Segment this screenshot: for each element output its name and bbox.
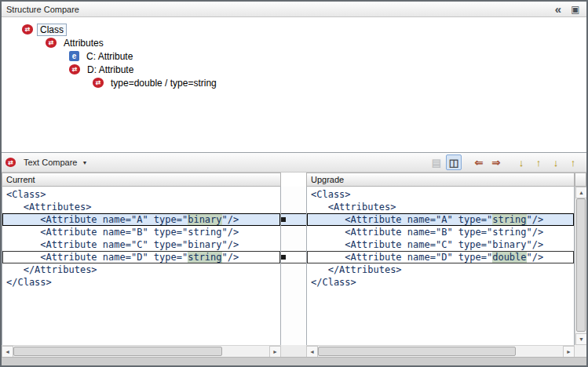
left-horizontal-scrollbar[interactable]: ◄ ► xyxy=(2,345,281,357)
next-change-icon[interactable]: ↓ xyxy=(548,154,564,170)
scroll-up-button[interactable]: ▲ xyxy=(575,187,587,198)
code-text: <Class> xyxy=(6,189,46,200)
tree-item-label: D: Attribute xyxy=(84,64,137,76)
code-text: <Attributes> xyxy=(311,202,396,213)
tree-item-label: type=double / type=string xyxy=(108,77,220,89)
header-filler xyxy=(575,173,586,187)
diff-handle[interactable] xyxy=(281,217,286,222)
code-line[interactable]: <Attribute name="B" type="string"/> xyxy=(2,226,280,238)
code-line[interactable]: <Attribute name="C" type="binary"/> xyxy=(307,238,574,251)
code-line[interactable]: <Class> xyxy=(2,188,280,201)
copy-left-to-right-icon[interactable]: ⇒ xyxy=(488,154,504,170)
tree-item[interactable]: ⇄Attributes xyxy=(2,36,586,49)
code-line[interactable]: <Attribute name="A" type="string"/> xyxy=(307,213,574,226)
code-line[interactable]: </Class> xyxy=(2,276,280,289)
text-compare-menu[interactable]: Text Compare ▼ xyxy=(24,158,87,167)
right-horizontal-scrollbar[interactable]: ◄ ► xyxy=(306,345,575,357)
code-text: <Attribute name="C" type="binary"/> xyxy=(311,239,543,250)
code-text: <Attribute name="C" type="binary"/> xyxy=(6,239,239,250)
previous-change-icon-glyph: ↑ xyxy=(571,158,576,168)
left-pane-title: Current xyxy=(6,175,35,184)
vertical-scrollbar[interactable]: ▲ ▼ xyxy=(575,187,586,345)
previous-difference-icon[interactable]: ↑ xyxy=(531,154,546,170)
vertical-scroll-thumb[interactable] xyxy=(576,198,586,332)
left-code-pane: <Class> <Attributes> <Attribute name="A"… xyxy=(2,187,281,345)
code-text: <Attribute name="A" type=" xyxy=(311,214,492,225)
element-icon: e xyxy=(69,51,79,61)
code-text: </Attributes> xyxy=(6,264,97,275)
right-code-pane: <Class> <Attributes> <Attribute name="A"… xyxy=(306,187,575,345)
text-compare-title: Text Compare xyxy=(24,158,77,167)
tree-item[interactable]: ⇄type=double / type=string xyxy=(2,76,586,89)
scroll-right-button[interactable]: ► xyxy=(563,346,575,358)
code-line[interactable]: <Attribute name="D" type="string"/> xyxy=(2,251,280,263)
code-line[interactable]: <Attribute name="C" type="binary"/> xyxy=(2,238,280,251)
scroll-down-button[interactable]: ▼ xyxy=(575,333,587,345)
next-change-icon-glyph: ↓ xyxy=(553,158,559,168)
code-text: </Attributes> xyxy=(311,264,402,275)
view-menu-icon[interactable]: ▣ xyxy=(569,4,582,15)
code-text: <Attribute name="B" type="string"/> xyxy=(6,227,239,238)
diff-gutter xyxy=(281,187,306,345)
code-line[interactable]: </Attributes> xyxy=(2,263,280,276)
code-text: <Attribute name="B" type="string"/> xyxy=(311,227,543,238)
scroll-right-button[interactable]: ► xyxy=(269,346,281,358)
structure-header-icons: « ▣ xyxy=(552,4,582,15)
code-text: <Class> xyxy=(311,189,351,200)
code-text: </Class> xyxy=(311,277,356,288)
structure-compare-tree: ⇄Class⇄AttributeseC: Attribute⇄D: Attrib… xyxy=(2,17,586,152)
previous-change-icon[interactable]: ↑ xyxy=(565,154,581,170)
scroll-left-button[interactable]: ◄ xyxy=(2,346,13,358)
right-horizontal-scroll-thumb[interactable] xyxy=(318,347,516,356)
code-line[interactable]: <Attribute name="A" type="binary"/> xyxy=(2,213,280,226)
text-compare-header: ⇄ Text Compare ▼ ▤◫⇐⇒↓↑↓↑ xyxy=(2,152,586,173)
changed-token: binary xyxy=(188,214,221,225)
copy-right-to-left-icon[interactable]: ⇐ xyxy=(471,154,487,170)
compare-toolbar: ▤◫⇐⇒↓↑↓↑ xyxy=(429,154,583,170)
tree-item-label: Attributes xyxy=(60,37,107,49)
scroll-left-button[interactable]: ◄ xyxy=(306,346,318,358)
left-pane-header: Current xyxy=(2,173,281,187)
code-text: "/> xyxy=(527,214,544,225)
bottom-strip xyxy=(2,357,586,365)
scrollbar-gap xyxy=(281,345,306,357)
code-line[interactable]: <Attributes> xyxy=(307,201,574,213)
change-icon: ⇄ xyxy=(22,24,33,35)
compare-editor-window: Structure Compare « ▣ ⇄Class⇄Attributese… xyxy=(0,0,588,367)
code-text: "/> xyxy=(222,214,239,225)
code-text: </Class> xyxy=(6,277,52,288)
code-text: <Attributes> xyxy=(6,202,91,213)
show-ancestor-pane-icon[interactable]: ▤ xyxy=(429,154,444,170)
code-line[interactable]: <Attribute name="D" type="double"/> xyxy=(307,251,574,263)
changed-token: string xyxy=(188,252,221,263)
code-text: <Attribute name="D" type=" xyxy=(311,252,492,263)
left-horizontal-scroll-thumb[interactable] xyxy=(13,347,222,356)
copy-right-to-left-icon-glyph: ⇐ xyxy=(475,158,484,168)
tree-item[interactable]: ⇄Class xyxy=(2,23,586,36)
diff-connector-selected[interactable] xyxy=(281,213,306,226)
collapse-pane-icon[interactable]: « xyxy=(552,5,564,14)
right-pane-header: Upgrade xyxy=(306,173,575,187)
diff-handle[interactable] xyxy=(281,255,286,260)
code-text: "/> xyxy=(222,252,239,263)
code-text: <Attribute name="A" type=" xyxy=(6,214,188,225)
change-icon: ⇄ xyxy=(5,158,16,167)
change-icon: ⇄ xyxy=(93,78,104,88)
tree-item-label: Class xyxy=(37,24,67,36)
code-line[interactable]: <Attributes> xyxy=(2,201,280,213)
diff-connector[interactable] xyxy=(281,251,306,263)
dropdown-caret-icon: ▼ xyxy=(82,160,87,165)
tree-item[interactable]: ⇄D: Attribute xyxy=(2,63,586,76)
code-line[interactable]: </Attributes> xyxy=(307,263,574,276)
code-line[interactable]: <Class> xyxy=(307,188,574,201)
tree-item[interactable]: eC: Attribute xyxy=(2,49,586,63)
next-difference-icon[interactable]: ↓ xyxy=(513,154,529,170)
two-way-compare-icon[interactable]: ◫ xyxy=(446,154,462,170)
copy-left-to-right-icon-glyph: ⇒ xyxy=(492,158,501,168)
code-line[interactable]: </Class> xyxy=(307,276,574,289)
code-text: "/> xyxy=(527,252,544,263)
code-line[interactable]: <Attribute name="B" type="string"/> xyxy=(307,226,574,238)
tree-item-label: C: Attribute xyxy=(83,50,136,63)
code-text: <Attribute name="D" type=" xyxy=(6,252,188,263)
previous-difference-icon-glyph: ↑ xyxy=(536,158,542,168)
